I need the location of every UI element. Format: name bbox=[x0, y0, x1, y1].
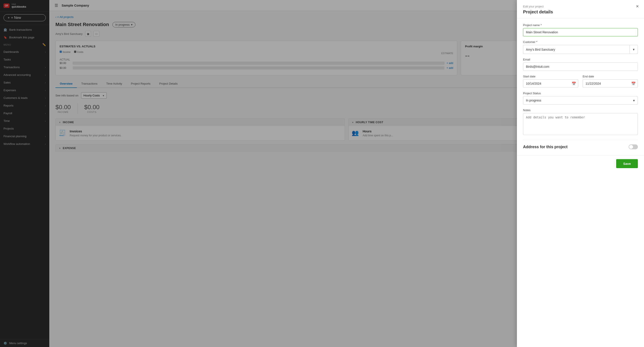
edit-panel-header: × Edit your project Project details bbox=[517, 0, 644, 18]
project-name-input[interactable] bbox=[523, 28, 638, 36]
edit-panel-title: Project details bbox=[523, 10, 638, 15]
address-section: Address for this project bbox=[523, 140, 638, 149]
start-date-label: Start date bbox=[523, 75, 578, 78]
customer-group: Customer * ▾ bbox=[523, 40, 638, 54]
edit-panel-body: Project name * Customer * ▾ Email Start … bbox=[517, 18, 644, 155]
project-status-group: Project Status In progress Completed Not… bbox=[523, 92, 638, 105]
end-date-label: End date bbox=[583, 75, 638, 78]
save-area: Save bbox=[517, 155, 644, 172]
project-name-group: Project name * bbox=[523, 24, 638, 36]
email-label: Email bbox=[523, 58, 638, 61]
close-button[interactable]: × bbox=[636, 4, 639, 9]
address-title: Address for this project bbox=[523, 145, 568, 149]
project-status-label: Project Status bbox=[523, 92, 638, 95]
project-name-label: Project name * bbox=[523, 24, 638, 27]
start-date-input[interactable] bbox=[523, 79, 578, 88]
date-row: Start date 📅 End date 📅 bbox=[523, 75, 638, 88]
address-toggle[interactable] bbox=[629, 144, 638, 149]
customer-label: Customer * bbox=[523, 40, 638, 44]
notes-group: Notes bbox=[523, 109, 638, 136]
save-button[interactable]: Save bbox=[616, 159, 638, 168]
customer-dropdown-button[interactable]: ▾ bbox=[630, 45, 638, 54]
email-input[interactable] bbox=[523, 63, 638, 71]
end-date-input[interactable] bbox=[583, 79, 638, 88]
edit-panel-subtitle: Edit your project bbox=[523, 5, 638, 8]
customer-input[interactable] bbox=[523, 45, 630, 54]
project-status-select[interactable]: In progress Completed Not started bbox=[523, 96, 638, 105]
edit-project-panel: × Edit your project Project details Proj… bbox=[517, 0, 644, 347]
email-group: Email bbox=[523, 58, 638, 71]
notes-textarea[interactable] bbox=[523, 113, 638, 135]
notes-label: Notes bbox=[523, 109, 638, 112]
